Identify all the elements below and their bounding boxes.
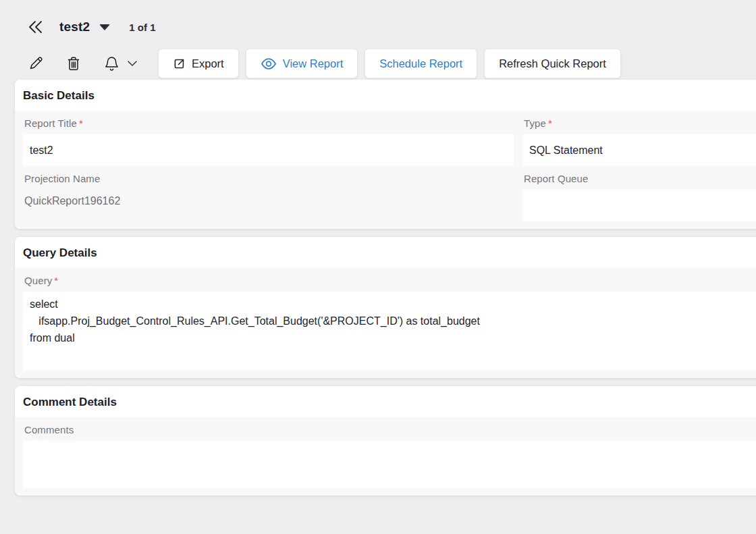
basic-details-title: Basic Details: [23, 89, 756, 103]
edit-button[interactable]: [27, 53, 45, 74]
toolbar-buttons: Export View Report Schedule Report Refre…: [158, 49, 621, 78]
report-queue-label: Report Queue: [522, 166, 756, 190]
collapse-panel-button[interactable]: [27, 18, 45, 36]
type-input[interactable]: [522, 134, 756, 166]
record-dropdown-caret-icon[interactable]: [99, 24, 110, 30]
basic-details-card: Basic Details Report Title* Type* Projec…: [15, 80, 756, 229]
delete-button[interactable]: [65, 53, 82, 74]
query-required-asterisk: *: [54, 275, 58, 286]
query-label: Query*: [23, 268, 756, 292]
export-icon: [173, 57, 186, 70]
export-button[interactable]: Export: [158, 49, 239, 78]
projection-name-label: Projection Name: [23, 166, 514, 190]
chevron-down-icon: [127, 60, 138, 67]
query-details-title: Query Details: [23, 246, 756, 260]
pencil-icon: [28, 55, 44, 72]
double-chevron-left-icon: [28, 20, 44, 34]
notification-button[interactable]: [103, 53, 120, 74]
report-title-label: Report Title*: [23, 111, 514, 134]
projection-name-value: QuickReport196162: [23, 190, 514, 221]
type-required-asterisk: *: [548, 117, 552, 129]
projection-name-group: Projection Name QuickReport196162: [23, 166, 514, 221]
query-details-body: Query* select ifsapp.Proj_Budget_Control…: [15, 268, 756, 378]
notification-menu-button[interactable]: [126, 53, 139, 74]
query-details-card: Query Details Query* select ifsapp.Proj_…: [15, 237, 756, 378]
export-button-label: Export: [192, 57, 224, 70]
record-title: test2: [59, 20, 90, 34]
comments-label: Comments: [23, 417, 756, 441]
type-label-text: Type: [524, 117, 546, 129]
eye-icon: [261, 58, 277, 70]
schedule-report-button[interactable]: Schedule Report: [364, 49, 477, 78]
refresh-quick-report-button[interactable]: Refresh Quick Report: [484, 49, 621, 78]
bell-icon: [104, 55, 119, 72]
schedule-report-button-label: Schedule Report: [379, 57, 462, 70]
type-label: Type*: [522, 111, 756, 134]
toolbar: Export View Report Schedule Report Refre…: [0, 38, 756, 80]
basic-details-header: Basic Details: [15, 80, 756, 111]
comment-details-body: Comments: [15, 417, 756, 496]
refresh-quick-report-button-label: Refresh Quick Report: [499, 57, 606, 70]
comment-details-card: Comment Details Comments: [15, 386, 756, 496]
comments-textarea[interactable]: [23, 441, 756, 488]
view-report-button[interactable]: View Report: [246, 49, 358, 78]
report-title-required-asterisk: *: [79, 117, 83, 129]
page-header: test2 1 of 1: [0, 0, 756, 38]
type-group: Type*: [522, 111, 756, 166]
comment-details-title: Comment Details: [23, 396, 756, 409]
view-report-button-label: View Report: [283, 57, 344, 70]
query-details-header: Query Details: [15, 237, 756, 268]
report-title-input[interactable]: [23, 134, 514, 166]
basic-details-body: Report Title* Type* Projection Name Quic…: [15, 111, 756, 229]
report-title-group: Report Title*: [23, 111, 514, 166]
record-pagination: 1 of 1: [129, 22, 155, 33]
query-textarea[interactable]: select ifsapp.Proj_Budget_Control_Rules_…: [23, 292, 756, 371]
report-queue-group: Report Queue: [522, 166, 756, 221]
trash-icon: [66, 55, 81, 72]
report-title-label-text: Report Title: [24, 117, 77, 129]
comment-details-header: Comment Details: [15, 386, 756, 417]
report-queue-input[interactable]: [522, 190, 756, 221]
query-label-text: Query: [24, 275, 52, 286]
